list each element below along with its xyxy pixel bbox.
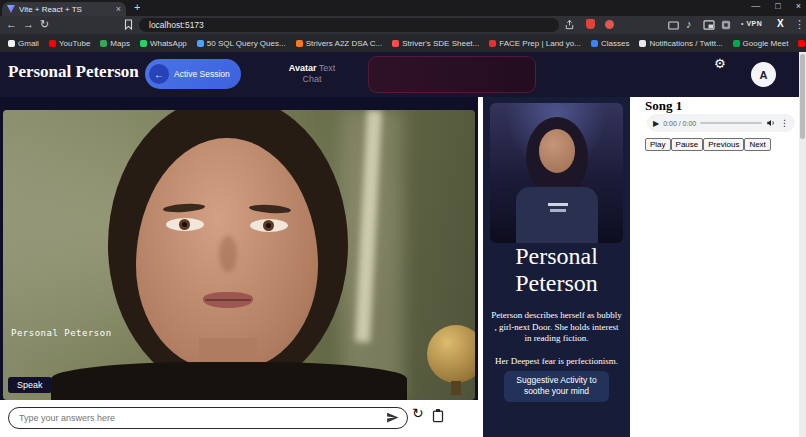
google-meet-icon: [733, 40, 740, 47]
browser-window: Vite + React + TS × + — □ × ← → ↻ localh…: [0, 0, 806, 437]
session-status-box: [368, 56, 536, 93]
bookmark-whatsapp[interactable]: WhatsApp: [140, 39, 187, 48]
bookmark-youtube-2[interactable]: YouTube: [798, 39, 806, 48]
mode-avatar-label[interactable]: Avatar: [289, 63, 317, 73]
scrollbar-thumb[interactable]: [800, 54, 805, 139]
shirt-text: [548, 203, 568, 206]
audio-time: 0:00 / 0:00: [663, 120, 696, 127]
iris: [263, 220, 274, 231]
youtube-icon: [49, 40, 56, 47]
cast-icon[interactable]: [668, 20, 679, 32]
previous-button[interactable]: Previous: [703, 138, 744, 151]
vpn-badge[interactable]: VPN: [741, 20, 762, 27]
bookmark-classes[interactable]: Classes: [591, 39, 629, 48]
bookmark-maps[interactable]: Maps: [100, 39, 130, 48]
avatar-lip-line: [205, 299, 251, 301]
vite-favicon-icon: [7, 5, 15, 13]
card-fear-line: Her Deepest fear is perfectionism.: [490, 356, 623, 366]
whatsapp-icon: [140, 40, 147, 47]
song-title: Song 1: [645, 98, 682, 114]
picture-in-picture-icon[interactable]: [703, 20, 715, 32]
reload-icon[interactable]: ↻: [40, 18, 49, 31]
browser-tab[interactable]: Vite + React + TS ×: [2, 2, 126, 16]
back-icon[interactable]: ←: [6, 18, 17, 30]
answer-input[interactable]: [8, 407, 408, 429]
globe-stand: [451, 381, 461, 395]
bookmark-sql-queries[interactable]: 50 SQL Query Ques...: [197, 39, 286, 48]
mode-toggle[interactable]: Avatar Text Chat: [284, 63, 340, 86]
bookmark-sde-sheet[interactable]: Striver's SDE Sheet...: [392, 39, 479, 48]
browser-toolbar: ← → ↻ localhost:5173 ♪ VPN X ⋮: [0, 16, 806, 34]
bookmark-twitter-notifications[interactable]: Notifications / Twitt...: [639, 39, 722, 48]
pupil: [266, 223, 271, 228]
clipboard-icon[interactable]: [432, 408, 444, 426]
speak-button[interactable]: Speak: [8, 377, 52, 393]
new-tab-button[interactable]: +: [134, 1, 140, 13]
play-button[interactable]: Play: [645, 138, 671, 151]
settings-gear-icon[interactable]: ⚙: [714, 56, 726, 71]
avatar-nose: [219, 236, 237, 272]
forward-icon[interactable]: →: [23, 18, 34, 30]
address-bar[interactable]: localhost:5173: [139, 18, 559, 32]
active-session-button[interactable]: ← Active Session: [145, 59, 241, 89]
youtube-icon: [798, 40, 805, 47]
window-maximize-button[interactable]: □: [775, 1, 780, 11]
bookmarks-bar: Gmail YouTube Maps WhatsApp 50 SQL Query…: [0, 34, 806, 52]
window-minimize-button[interactable]: —: [751, 1, 760, 11]
session-arrow-icon: ←: [149, 64, 169, 84]
bookmark-gmail[interactable]: Gmail: [8, 39, 39, 48]
window-controls: — □ ×: [751, 1, 801, 11]
answer-input-row: ↻: [0, 400, 478, 437]
x-extension-icon[interactable]: X: [777, 18, 784, 29]
avatar-eye: [250, 219, 288, 232]
audio-overflow-icon[interactable]: ⋮: [780, 118, 789, 128]
media-control-icon[interactable]: ♪: [686, 18, 692, 30]
iris: [179, 219, 190, 230]
bookmark-face-prep[interactable]: FACE Prep | Land yo...: [489, 39, 581, 48]
face-prep-icon: [489, 40, 496, 47]
x-twitter-icon: [639, 40, 646, 47]
refresh-icon[interactable]: ↻: [412, 405, 424, 421]
avatar-shoulders: [51, 362, 407, 400]
music-panel: Song 1 ▶ 0:00 / 0:00 ⋮ Play Pause Previo…: [640, 97, 799, 437]
avatar-eye: [166, 218, 204, 231]
bookmark-flag-icon[interactable]: [124, 19, 133, 32]
tab-title: Vite + React + TS: [19, 5, 112, 14]
audio-seek-slider[interactable]: [700, 122, 762, 124]
classes-icon: [591, 40, 598, 47]
portrait-face: [539, 129, 575, 173]
avatar-stage: Personal Peterson Speak: [0, 97, 478, 400]
browser-menu-icon[interactable]: ⋮: [794, 18, 805, 31]
app-header: Personal Peterson ← Active Session Avata…: [0, 52, 799, 97]
audio-player[interactable]: ▶ 0:00 / 0:00 ⋮: [647, 114, 795, 132]
window-close-button[interactable]: ×: [796, 1, 801, 11]
pause-button[interactable]: Pause: [671, 138, 704, 151]
sde-sheet-icon: [392, 40, 399, 47]
avatar-name-label: Personal Peterson: [11, 328, 112, 338]
shield-extension-icon[interactable]: [586, 19, 595, 29]
next-button[interactable]: Next: [744, 138, 770, 151]
card-avatar-name: Personal Peterson: [483, 243, 630, 297]
adblock-extension-icon[interactable]: [605, 20, 614, 29]
portrait-torso: [516, 187, 598, 243]
pupil: [182, 222, 187, 227]
extensions-puzzle-icon[interactable]: [721, 20, 731, 32]
transport-controls: Play Pause Previous Next: [645, 138, 771, 151]
volume-icon[interactable]: [766, 114, 776, 132]
send-icon[interactable]: [386, 411, 399, 427]
avatar-portrait: [490, 103, 623, 243]
bookmark-youtube[interactable]: YouTube: [49, 39, 90, 48]
card-description: Peterson describes herself as bubbly , g…: [490, 310, 623, 345]
app-page: Personal Peterson ← Active Session Avata…: [0, 52, 806, 437]
tab-close-icon[interactable]: ×: [116, 4, 121, 14]
user-avatar[interactable]: A: [751, 62, 776, 87]
bookmark-google-meet[interactable]: Google Meet: [733, 39, 789, 48]
profile-card: Personal Peterson Peterson describes her…: [483, 97, 630, 437]
suggestive-activity-button[interactable]: Suggestive Activity to soothe your mind: [504, 371, 609, 402]
page-title: Personal Peterson: [8, 62, 139, 82]
gmail-icon: [8, 40, 15, 47]
audio-play-icon[interactable]: ▶: [653, 119, 659, 128]
page-scrollbar[interactable]: [799, 52, 806, 437]
share-icon[interactable]: [564, 19, 575, 32]
bookmark-a2z-dsa[interactable]: Strivers A2Z DSA C...: [296, 39, 382, 48]
